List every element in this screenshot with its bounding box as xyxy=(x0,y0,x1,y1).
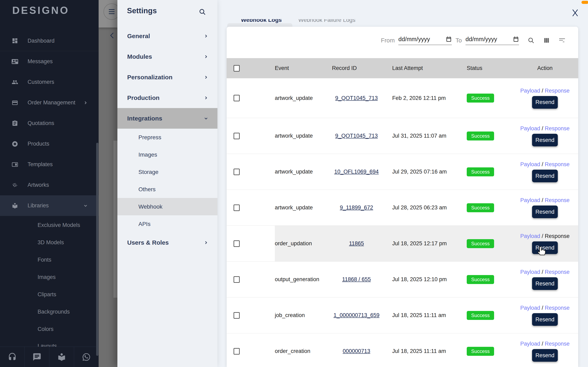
payload-link[interactable]: Payload xyxy=(520,305,540,311)
chevron-right-icon xyxy=(204,75,208,80)
event-cell: output_generation xyxy=(275,276,332,283)
filter-icon[interactable] xyxy=(559,37,566,44)
sidebar-item-exclusive-models[interactable]: Exclusive Models xyxy=(0,217,99,234)
sidebar-item-dashboard[interactable]: Dashboard xyxy=(0,31,99,51)
settings-item-users-roles[interactable]: Users & Roles xyxy=(117,233,217,252)
calendar-icon[interactable] xyxy=(446,36,452,42)
whatsapp-icon[interactable] xyxy=(74,347,99,367)
settings-item-modules[interactable]: Modules xyxy=(117,46,217,67)
row-checkbox[interactable] xyxy=(233,312,240,319)
artworks-icon xyxy=(12,182,18,188)
calendar-icon[interactable] xyxy=(513,36,519,42)
hamburger-menu-icon[interactable] xyxy=(109,9,114,15)
sidebar-item-images[interactable]: Images xyxy=(0,268,99,286)
record-id-link[interactable]: 9_11899_672 xyxy=(340,205,373,211)
sidebar-item-quotations[interactable]: Quotations xyxy=(0,113,99,133)
dashboard-icon xyxy=(12,38,18,44)
resend-button[interactable]: Resend xyxy=(532,96,558,109)
table-search-icon[interactable] xyxy=(527,37,535,44)
search-icon[interactable] xyxy=(199,8,206,16)
chevron-right-icon xyxy=(83,100,88,105)
response-link[interactable]: Response xyxy=(545,305,570,311)
record-id-link[interactable]: 9_QOT1045_713 xyxy=(335,133,378,139)
settings-item-personalization[interactable]: Personalization xyxy=(117,67,217,87)
last-attempt-cell: Jul 31, 2025 11:07 am xyxy=(381,133,467,139)
row-checkbox[interactable] xyxy=(233,133,240,139)
to-date-input[interactable]: dd/mm/yyyy xyxy=(466,36,519,45)
row-checkbox[interactable] xyxy=(233,205,240,211)
row-checkbox[interactable] xyxy=(233,95,240,101)
response-link[interactable]: Response xyxy=(545,161,570,167)
close-icon[interactable] xyxy=(572,8,579,17)
settings-item-prepress[interactable]: Prepress xyxy=(117,129,217,146)
response-link[interactable]: Response xyxy=(545,341,570,347)
sidebar-item-backgrounds[interactable]: Backgrounds xyxy=(0,303,99,320)
record-id-link[interactable]: 1_000000713_659 xyxy=(333,312,379,318)
settings-item-webhook[interactable]: Webhook xyxy=(117,198,217,215)
record-id-link[interactable]: 000000713 xyxy=(343,348,370,354)
response-link[interactable]: Response xyxy=(545,233,570,239)
action-cell: Payload / Response Resend xyxy=(512,262,578,297)
payload-link[interactable]: Payload xyxy=(520,269,540,275)
payload-link[interactable]: Payload xyxy=(520,341,540,347)
sidebar-item-customers[interactable]: Customers xyxy=(0,72,99,92)
row-checkbox[interactable] xyxy=(233,276,240,283)
settings-item-apis[interactable]: APIs xyxy=(117,215,217,233)
chat-icon[interactable] xyxy=(25,347,49,367)
resend-button[interactable]: Resend xyxy=(532,277,558,290)
record-id-link[interactable]: 9_QOT1045_713 xyxy=(335,95,378,101)
sidebar-item-3d-models[interactable]: 3D Models xyxy=(0,234,99,251)
sidebar-item-cliparts[interactable]: Cliparts xyxy=(0,286,99,303)
settings-item-general[interactable]: General xyxy=(117,26,217,46)
sidebar-item-messages[interactable]: Messages xyxy=(0,51,99,72)
from-date-input[interactable]: dd/mm/yyyy xyxy=(398,36,452,45)
response-link[interactable]: Response xyxy=(545,269,570,275)
record-id-link[interactable]: 11865 xyxy=(349,240,364,247)
select-all-checkbox[interactable] xyxy=(233,65,240,72)
sidebar-item-libraries[interactable]: Libraries xyxy=(0,195,99,216)
sidebar-scrollbar[interactable] xyxy=(96,143,98,356)
payload-link[interactable]: Payload xyxy=(520,161,540,167)
response-link[interactable]: Response xyxy=(545,88,570,94)
row-checkbox[interactable] xyxy=(233,348,240,355)
sidebar-item-order-management[interactable]: Order Management xyxy=(0,92,99,113)
row-checkbox[interactable] xyxy=(233,169,240,175)
event-cell: order_creation xyxy=(275,348,332,354)
record-id-link[interactable]: 10_OFL1069_694 xyxy=(334,169,379,175)
back-chevron-icon[interactable] xyxy=(109,32,115,39)
record-id-link[interactable]: 11868 / 655 xyxy=(342,276,371,282)
libraries-icon xyxy=(12,202,18,209)
tab-webhook-logs[interactable]: Webhook Logs xyxy=(241,19,282,23)
sidebar-item-products[interactable]: Products xyxy=(0,133,99,154)
header-action: Action xyxy=(512,65,578,71)
settings-item-storage[interactable]: Storage xyxy=(117,163,217,181)
support-headset-icon[interactable] xyxy=(0,347,25,367)
mouse-cursor xyxy=(537,246,546,257)
resend-button[interactable]: Resend xyxy=(532,170,558,182)
settings-item-integrations[interactable]: Integrations xyxy=(117,108,217,129)
sidebar-item-colors[interactable]: Colors xyxy=(0,320,99,338)
header-last-attempt: Last Attempt xyxy=(381,65,467,71)
payload-link[interactable]: Payload xyxy=(520,197,540,203)
resend-button[interactable]: Resend xyxy=(532,313,558,326)
table-row: job_creation 1_000000713_659 Jul 18, 202… xyxy=(227,298,578,333)
payload-link[interactable]: Payload xyxy=(520,125,540,132)
payload-link[interactable]: Payload xyxy=(520,88,540,94)
sidebar-item-artworks[interactable]: Artworks xyxy=(0,175,99,195)
sidebar-item-templates[interactable]: Templates xyxy=(0,154,99,175)
response-link[interactable]: Response xyxy=(545,197,570,203)
payload-link[interactable]: Payload xyxy=(520,233,540,239)
table-row: order_creation 000000713 Jul 18, 2025 11… xyxy=(227,333,578,367)
settings-item-production[interactable]: Production xyxy=(117,87,217,108)
tab-webhook-failure-logs[interactable]: Webhook Failure Logs xyxy=(298,19,355,23)
resend-button[interactable]: Resend xyxy=(532,349,558,362)
columns-icon[interactable] xyxy=(543,37,550,44)
settings-item-images[interactable]: Images xyxy=(117,146,217,163)
resend-button[interactable]: Resend xyxy=(532,134,558,146)
resend-button[interactable]: Resend xyxy=(532,206,558,218)
settings-item-others[interactable]: Others xyxy=(117,181,217,198)
response-link[interactable]: Response xyxy=(545,125,570,132)
library-icon[interactable] xyxy=(49,347,74,367)
sidebar-item-fonts[interactable]: Fonts xyxy=(0,251,99,268)
row-checkbox[interactable] xyxy=(233,240,240,247)
